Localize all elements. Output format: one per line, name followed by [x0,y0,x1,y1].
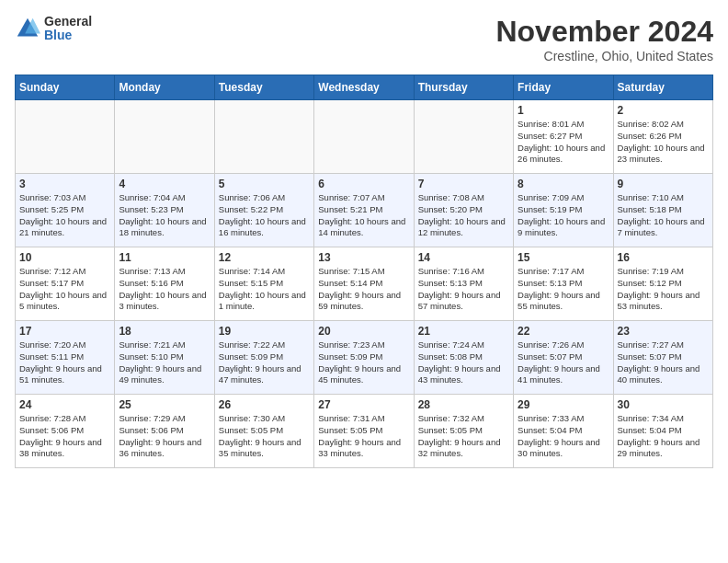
calendar-cell: 3Sunrise: 7:03 AM Sunset: 5:25 PM Daylig… [16,174,115,247]
weekday-header: Monday [115,75,214,100]
calendar-week-row: 3Sunrise: 7:03 AM Sunset: 5:25 PM Daylig… [16,174,713,247]
day-number: 9 [618,178,709,190]
calendar-cell: 25Sunrise: 7:29 AM Sunset: 5:06 PM Dayli… [115,395,214,468]
calendar-cell: 13Sunrise: 7:15 AM Sunset: 5:14 PM Dayli… [314,247,414,321]
calendar-cell: 8Sunrise: 7:09 AM Sunset: 5:19 PM Daylig… [514,174,613,247]
calendar-cell: 10Sunrise: 7:12 AM Sunset: 5:17 PM Dayli… [16,247,115,321]
day-info: Sunrise: 8:01 AM Sunset: 6:27 PM Dayligh… [518,119,609,166]
calendar-cell: 14Sunrise: 7:16 AM Sunset: 5:13 PM Dayli… [414,247,513,321]
day-info: Sunrise: 7:22 AM Sunset: 5:09 PM Dayligh… [219,339,310,386]
day-info: Sunrise: 7:26 AM Sunset: 5:07 PM Dayligh… [518,339,609,386]
day-number: 21 [418,325,509,338]
calendar-cell: 20Sunrise: 7:23 AM Sunset: 5:09 PM Dayli… [314,321,414,395]
location-text: Crestline, Ohio, United States [495,49,713,63]
calendar-cell: 30Sunrise: 7:34 AM Sunset: 5:04 PM Dayli… [613,395,712,468]
calendar-header-row: SundayMondayTuesdayWednesdayThursdayFrid… [16,75,713,100]
calendar-cell: 22Sunrise: 7:26 AM Sunset: 5:07 PM Dayli… [514,321,613,395]
calendar-cell [214,100,313,174]
day-info: Sunrise: 7:23 AM Sunset: 5:09 PM Dayligh… [318,339,409,386]
calendar-cell: 19Sunrise: 7:22 AM Sunset: 5:09 PM Dayli… [214,321,313,395]
day-info: Sunrise: 7:16 AM Sunset: 5:13 PM Dayligh… [418,266,509,313]
day-number: 19 [219,325,310,338]
day-info: Sunrise: 7:33 AM Sunset: 5:04 PM Dayligh… [518,413,609,460]
calendar-cell: 24Sunrise: 7:28 AM Sunset: 5:06 PM Dayli… [16,395,115,468]
day-info: Sunrise: 7:08 AM Sunset: 5:20 PM Dayligh… [418,192,509,239]
day-number: 16 [618,251,709,264]
day-number: 4 [119,178,210,190]
day-number: 15 [518,251,609,264]
day-number: 22 [518,325,609,338]
logo: General Blue [15,15,92,43]
calendar-cell: 6Sunrise: 7:07 AM Sunset: 5:21 PM Daylig… [314,174,414,247]
calendar-cell: 21Sunrise: 7:24 AM Sunset: 5:08 PM Dayli… [414,321,513,395]
calendar-table: SundayMondayTuesdayWednesdayThursdayFrid… [15,75,713,468]
page-header: General Blue November 2024 Crestline, Oh… [15,15,713,63]
day-info: Sunrise: 7:21 AM Sunset: 5:10 PM Dayligh… [119,339,210,386]
calendar-cell [16,100,115,174]
logo-blue-text: Blue [44,29,92,42]
calendar-cell: 18Sunrise: 7:21 AM Sunset: 5:10 PM Dayli… [115,321,214,395]
day-info: Sunrise: 7:04 AM Sunset: 5:23 PM Dayligh… [119,192,210,239]
calendar-cell [414,100,513,174]
day-info: Sunrise: 7:29 AM Sunset: 5:06 PM Dayligh… [119,413,210,460]
day-info: Sunrise: 7:14 AM Sunset: 5:15 PM Dayligh… [219,266,310,313]
day-number: 1 [518,104,609,117]
day-info: Sunrise: 7:12 AM Sunset: 5:17 PM Dayligh… [19,266,110,313]
day-number: 20 [318,325,409,338]
day-info: Sunrise: 7:17 AM Sunset: 5:13 PM Dayligh… [518,266,609,313]
calendar-cell: 7Sunrise: 7:08 AM Sunset: 5:20 PM Daylig… [414,174,513,247]
month-title: November 2024 [495,15,713,49]
calendar-cell: 23Sunrise: 7:27 AM Sunset: 5:07 PM Dayli… [613,321,712,395]
calendar-cell: 28Sunrise: 7:32 AM Sunset: 5:05 PM Dayli… [414,395,513,468]
calendar-cell: 5Sunrise: 7:06 AM Sunset: 5:22 PM Daylig… [214,174,313,247]
calendar-cell: 9Sunrise: 7:10 AM Sunset: 5:18 PM Daylig… [613,174,712,247]
day-info: Sunrise: 7:27 AM Sunset: 5:07 PM Dayligh… [618,339,709,386]
day-number: 24 [19,398,110,411]
day-info: Sunrise: 7:15 AM Sunset: 5:14 PM Dayligh… [318,266,409,313]
calendar-cell: 26Sunrise: 7:30 AM Sunset: 5:05 PM Dayli… [214,395,313,468]
day-number: 6 [318,178,409,190]
weekday-header: Friday [514,75,613,100]
calendar-cell: 27Sunrise: 7:31 AM Sunset: 5:05 PM Dayli… [314,395,414,468]
calendar-cell: 16Sunrise: 7:19 AM Sunset: 5:12 PM Dayli… [613,247,712,321]
day-info: Sunrise: 7:13 AM Sunset: 5:16 PM Dayligh… [119,266,210,313]
day-info: Sunrise: 7:24 AM Sunset: 5:08 PM Dayligh… [418,339,509,386]
logo-text: General Blue [44,15,92,43]
title-block: November 2024 Crestline, Ohio, United St… [495,15,713,63]
day-number: 3 [19,178,110,190]
day-info: Sunrise: 7:20 AM Sunset: 5:11 PM Dayligh… [19,339,110,386]
day-number: 29 [518,398,609,411]
calendar-cell: 4Sunrise: 7:04 AM Sunset: 5:23 PM Daylig… [115,174,214,247]
day-number: 2 [618,104,709,117]
day-number: 8 [518,178,609,190]
calendar-cell: 11Sunrise: 7:13 AM Sunset: 5:16 PM Dayli… [115,247,214,321]
day-number: 12 [219,251,310,264]
day-info: Sunrise: 7:31 AM Sunset: 5:05 PM Dayligh… [318,413,409,460]
day-number: 5 [219,178,310,190]
weekday-header: Sunday [16,75,115,100]
weekday-header: Saturday [613,75,712,100]
calendar-cell: 2Sunrise: 8:02 AM Sunset: 6:26 PM Daylig… [613,100,712,174]
calendar-cell [115,100,214,174]
day-info: Sunrise: 7:28 AM Sunset: 5:06 PM Dayligh… [19,413,110,460]
day-number: 28 [418,398,509,411]
calendar-cell: 12Sunrise: 7:14 AM Sunset: 5:15 PM Dayli… [214,247,313,321]
day-number: 7 [418,178,509,190]
calendar-cell: 29Sunrise: 7:33 AM Sunset: 5:04 PM Dayli… [514,395,613,468]
day-info: Sunrise: 7:09 AM Sunset: 5:19 PM Dayligh… [518,192,609,239]
calendar-cell: 1Sunrise: 8:01 AM Sunset: 6:27 PM Daylig… [514,100,613,174]
calendar-week-row: 17Sunrise: 7:20 AM Sunset: 5:11 PM Dayli… [16,321,713,395]
day-number: 18 [119,325,210,338]
calendar-cell [314,100,414,174]
calendar-week-row: 1Sunrise: 8:01 AM Sunset: 6:27 PM Daylig… [16,100,713,174]
day-info: Sunrise: 7:06 AM Sunset: 5:22 PM Dayligh… [219,192,310,239]
calendar-week-row: 10Sunrise: 7:12 AM Sunset: 5:17 PM Dayli… [16,247,713,321]
day-number: 26 [219,398,310,411]
calendar-week-row: 24Sunrise: 7:28 AM Sunset: 5:06 PM Dayli… [16,395,713,468]
day-info: Sunrise: 7:19 AM Sunset: 5:12 PM Dayligh… [618,266,709,313]
day-number: 25 [119,398,210,411]
calendar-cell: 15Sunrise: 7:17 AM Sunset: 5:13 PM Dayli… [514,247,613,321]
calendar-cell: 17Sunrise: 7:20 AM Sunset: 5:11 PM Dayli… [16,321,115,395]
day-number: 13 [318,251,409,264]
day-info: Sunrise: 7:30 AM Sunset: 5:05 PM Dayligh… [219,413,310,460]
